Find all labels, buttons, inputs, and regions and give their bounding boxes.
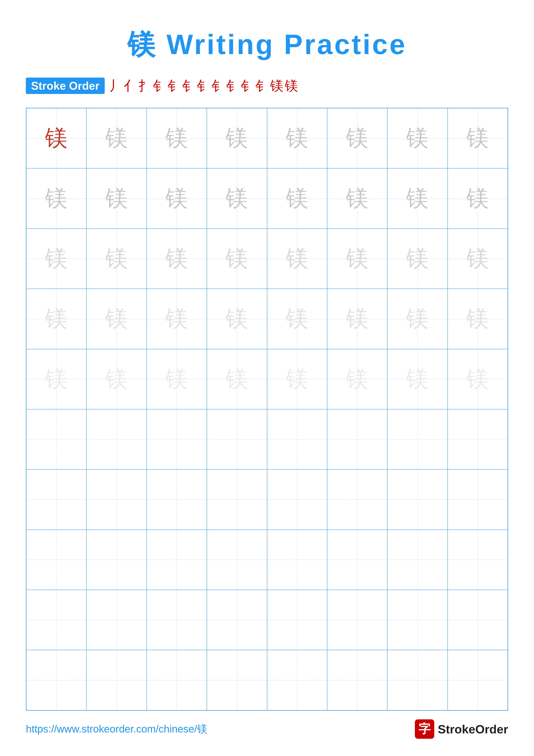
grid-cell-r1c3[interactable]: 镁: [147, 108, 207, 168]
grid-cell-r1c1[interactable]: 镁: [26, 108, 87, 168]
grid-cell-r8c5[interactable]: [267, 530, 327, 590]
grid-cell-r5c3[interactable]: 镁: [147, 349, 207, 409]
stroke-10: 钅: [241, 77, 254, 95]
grid-cell-r6c2[interactable]: [87, 409, 146, 470]
grid-cell-r10c5[interactable]: [267, 650, 327, 710]
grid-cell-r4c1[interactable]: 镁: [26, 289, 87, 349]
grid-cell-r4c4[interactable]: 镁: [207, 289, 267, 349]
grid-cell-r3c7[interactable]: 镁: [387, 229, 447, 289]
grid-cell-r2c8[interactable]: 镁: [447, 168, 508, 229]
grid-cell-r2c1[interactable]: 镁: [26, 168, 87, 229]
grid-cell-r2c4[interactable]: 镁: [207, 168, 267, 229]
grid-cell-r6c7[interactable]: [387, 409, 447, 470]
grid-cell-r1c4[interactable]: 镁: [207, 108, 267, 168]
grid-cell-r3c5[interactable]: 镁: [267, 229, 327, 289]
grid-cell-r8c3[interactable]: [147, 530, 207, 590]
practice-grid: 镁 镁 镁 镁 镁 镁 镁 镁 镁 镁 镁 镁 镁 镁 镁 镁 镁 镁 镁 镁 …: [26, 108, 508, 711]
grid-cell-r6c8[interactable]: [447, 409, 508, 470]
grid-cell-r9c2[interactable]: [87, 590, 146, 650]
grid-cell-r6c6[interactable]: [327, 409, 387, 470]
stroke-1: 丿: [109, 77, 122, 95]
grid-cell-r7c8[interactable]: [447, 470, 508, 529]
grid-cell-r8c4[interactable]: [207, 530, 267, 590]
strokeorder-logo-text: StrokeOrder: [438, 722, 508, 736]
grid-cell-r2c7[interactable]: 镁: [387, 168, 447, 229]
grid-cell-r9c8[interactable]: [447, 590, 508, 650]
grid-cell-r1c6[interactable]: 镁: [327, 108, 387, 168]
grid-cell-r3c2[interactable]: 镁: [87, 229, 146, 289]
grid-cell-r4c8[interactable]: 镁: [447, 289, 508, 349]
grid-cell-r3c3[interactable]: 镁: [147, 229, 207, 289]
grid-cell-r7c6[interactable]: [327, 470, 387, 529]
grid-cell-r4c7[interactable]: 镁: [387, 289, 447, 349]
stroke-3: 扌: [138, 77, 152, 95]
grid-cell-r5c5[interactable]: 镁: [267, 349, 327, 409]
title-text: Writing Practice: [157, 29, 407, 60]
grid-cell-r5c7[interactable]: 镁: [387, 349, 447, 409]
grid-cell-r10c2[interactable]: [87, 650, 146, 710]
grid-cell-r6c3[interactable]: [147, 409, 207, 470]
grid-cell-r7c5[interactable]: [267, 470, 327, 529]
footer-logo: 字 StrokeOrder: [415, 719, 508, 739]
grid-cell-r2c2[interactable]: 镁: [87, 168, 146, 229]
grid-cell-r4c5[interactable]: 镁: [267, 289, 327, 349]
grid-cell-r7c4[interactable]: [207, 470, 267, 529]
grid-cell-r10c7[interactable]: [387, 650, 447, 710]
grid-cell-r7c3[interactable]: [147, 470, 207, 529]
grid-cell-r8c7[interactable]: [387, 530, 447, 590]
stroke-8: 钅: [212, 77, 225, 95]
grid-cell-r5c4[interactable]: 镁: [207, 349, 267, 409]
grid-cell-r4c2[interactable]: 镁: [87, 289, 146, 349]
grid-cell-r8c6[interactable]: [327, 530, 387, 590]
stroke-13: 镁: [285, 77, 298, 95]
grid-cell-r3c1[interactable]: 镁: [26, 229, 87, 289]
stroke-7: 钅: [197, 77, 210, 95]
stroke-2: 亻: [124, 77, 137, 95]
grid-cell-r10c6[interactable]: [327, 650, 387, 710]
grid-cell-r4c6[interactable]: 镁: [327, 289, 387, 349]
grid-cell-r7c7[interactable]: [387, 470, 447, 529]
grid-cell-r3c8[interactable]: 镁: [447, 229, 508, 289]
grid-cell-r4c3[interactable]: 镁: [147, 289, 207, 349]
grid-cell-r9c3[interactable]: [147, 590, 207, 650]
stroke-12: 镁: [270, 77, 284, 95]
grid-cell-r1c7[interactable]: 镁: [387, 108, 447, 168]
grid-cell-r2c6[interactable]: 镁: [327, 168, 387, 229]
grid-cell-r9c6[interactable]: [327, 590, 387, 650]
grid-cell-r2c3[interactable]: 镁: [147, 168, 207, 229]
grid-cell-r2c5[interactable]: 镁: [267, 168, 327, 229]
grid-cell-r3c6[interactable]: 镁: [327, 229, 387, 289]
strokeorder-logo-icon: 字: [415, 719, 434, 739]
grid-cell-r9c4[interactable]: [207, 590, 267, 650]
stroke-4: 钅: [153, 77, 166, 95]
grid-cell-r6c4[interactable]: [207, 409, 267, 470]
title-char: 镁: [127, 29, 157, 60]
grid-cell-r5c2[interactable]: 镁: [87, 349, 146, 409]
grid-cell-r9c5[interactable]: [267, 590, 327, 650]
grid-cell-r5c1[interactable]: 镁: [26, 349, 87, 409]
stroke-6: 钅: [182, 77, 195, 95]
stroke-11: 钅: [255, 77, 269, 95]
grid-cell-r10c3[interactable]: [147, 650, 207, 710]
grid-cell-r10c8[interactable]: [447, 650, 508, 710]
grid-cell-r5c8[interactable]: 镁: [447, 349, 508, 409]
grid-cell-r1c5[interactable]: 镁: [267, 108, 327, 168]
stroke-sequence: 丿 亻 扌 钅 钅 钅 钅 钅 钅 钅 钅 镁 镁: [109, 77, 298, 95]
grid-cell-r10c1[interactable]: [26, 650, 87, 710]
grid-cell-r7c2[interactable]: [87, 470, 146, 529]
grid-cell-r9c1[interactable]: [26, 590, 87, 650]
grid-cell-r8c8[interactable]: [447, 530, 508, 590]
page: 镁 Writing Practice Stroke Order 丿 亻 扌 钅 …: [0, 0, 534, 756]
grid-cell-r9c7[interactable]: [387, 590, 447, 650]
grid-cell-r6c5[interactable]: [267, 409, 327, 470]
footer-url[interactable]: https://www.strokeorder.com/chinese/镁: [26, 722, 207, 736]
grid-cell-r8c1[interactable]: [26, 530, 87, 590]
grid-cell-r5c6[interactable]: 镁: [327, 349, 387, 409]
grid-cell-r6c1[interactable]: [26, 409, 87, 470]
grid-cell-r10c4[interactable]: [207, 650, 267, 710]
grid-cell-r1c8[interactable]: 镁: [447, 108, 508, 168]
grid-cell-r7c1[interactable]: [26, 470, 87, 529]
grid-cell-r1c2[interactable]: 镁: [87, 108, 146, 168]
grid-cell-r3c4[interactable]: 镁: [207, 229, 267, 289]
grid-cell-r8c2[interactable]: [87, 530, 146, 590]
